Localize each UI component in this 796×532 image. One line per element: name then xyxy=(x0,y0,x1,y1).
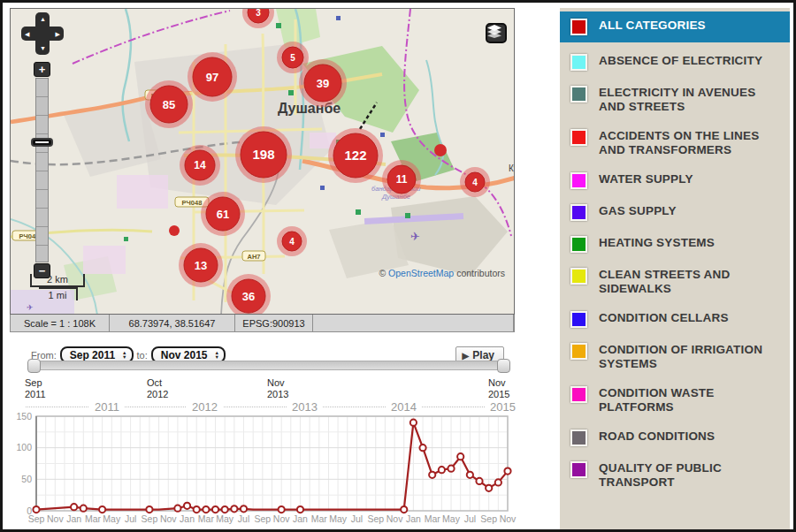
data-point[interactable] xyxy=(203,506,209,513)
x-tick-label: May xyxy=(103,513,121,524)
cluster-marker[interactable]: 4 xyxy=(460,167,490,197)
cluster-count: 97 xyxy=(206,71,218,84)
data-point[interactable] xyxy=(486,485,492,491)
x-tick-label: Nov xyxy=(387,513,403,524)
data-point[interactable] xyxy=(401,506,407,513)
data-point[interactable] xyxy=(439,467,445,473)
zoom-in-button[interactable]: + xyxy=(34,62,50,77)
data-point[interactable] xyxy=(99,506,105,513)
data-point[interactable] xyxy=(146,506,152,513)
map-pan-control[interactable]: ▲ ▼ ◀ ▶ xyxy=(21,12,64,55)
data-point[interactable] xyxy=(80,505,87,512)
category-color-swatch xyxy=(570,204,587,221)
pan-down-icon[interactable]: ▼ xyxy=(40,45,46,51)
airplane-icon: ✈ xyxy=(27,303,34,312)
data-point[interactable] xyxy=(184,503,190,509)
category-label: HEATING SYSTEMS xyxy=(599,236,715,250)
cluster-count: 198 xyxy=(252,147,274,162)
data-point[interactable] xyxy=(279,506,285,513)
data-point[interactable] xyxy=(448,466,454,472)
legend-item-all-categories[interactable]: ALL CATEGORIES xyxy=(560,11,790,42)
data-point[interactable] xyxy=(212,506,218,513)
cluster-marker[interactable]: 11 xyxy=(382,160,421,199)
data-point[interactable] xyxy=(231,505,237,512)
pan-left-icon[interactable]: ◀ xyxy=(25,31,29,37)
slider-handle-start[interactable] xyxy=(27,359,41,373)
pan-right-icon[interactable]: ▶ xyxy=(56,31,60,37)
data-point[interactable] xyxy=(476,478,482,484)
cluster-marker[interactable]: 39 xyxy=(299,59,347,107)
category-color-swatch xyxy=(570,86,587,103)
legend-item-quality-of-public-transport[interactable]: QUALITY OF PUBLIC TRANSPORT xyxy=(560,461,790,490)
openstreetmap-link[interactable]: OpenStreetMap xyxy=(388,268,454,278)
data-point[interactable] xyxy=(495,479,501,485)
category-label: ROAD CONDITIONS xyxy=(599,429,715,444)
legend-item-heating-systems[interactable]: HEATING SYSTEMS xyxy=(560,236,790,253)
data-point[interactable] xyxy=(174,505,180,512)
layer-switcher-button[interactable] xyxy=(486,23,507,43)
data-point[interactable] xyxy=(419,445,425,451)
svg-text:РЧ048: РЧ048 xyxy=(182,199,203,207)
cluster-count: 5 xyxy=(290,53,295,63)
x-tick-label: Sep xyxy=(28,513,45,524)
pan-up-icon[interactable]: ▲ xyxy=(40,16,46,22)
map-attribution: © OpenStreetMap contributors xyxy=(379,268,505,278)
map-panel: ✈ ✈ Душанбе М41РЧ048РЧ048АН7 АН7бандари … xyxy=(10,8,515,332)
map-viewport[interactable]: ✈ ✈ Душанбе М41РЧ048РЧ048АН7 АН7бандари … xyxy=(10,8,515,315)
cluster-marker[interactable]: 122 xyxy=(328,128,383,183)
timeline-range-label: Nov2013 xyxy=(267,377,288,400)
legend-item-condition-waste-platforms[interactable]: CONDITION WASTE PLATFORMS xyxy=(560,386,790,414)
data-point[interactable] xyxy=(222,506,228,513)
category-color-swatch xyxy=(570,343,587,360)
cluster-count: 4 xyxy=(472,178,478,187)
category-label: ALL CATEGORIES xyxy=(599,19,706,33)
cluster-marker[interactable]: 85 xyxy=(145,80,193,128)
data-point[interactable] xyxy=(241,505,247,512)
report-dot[interactable] xyxy=(434,144,447,156)
cluster-marker[interactable]: 198 xyxy=(235,126,292,183)
x-tick-label: Mar xyxy=(425,513,441,524)
x-tick-label: Jul xyxy=(351,513,363,524)
legend-item-clean-streets-and-sidewalks[interactable]: CLEAN STREETS AND SIDEWALKS xyxy=(560,268,790,296)
time-slider-track[interactable] xyxy=(27,361,510,370)
timeline-axis: Sep2011Oct2012Nov2013Nov2015201120122013… xyxy=(10,377,517,411)
data-point[interactable] xyxy=(194,506,200,513)
data-point[interactable] xyxy=(504,467,510,474)
data-point[interactable] xyxy=(410,420,417,426)
cluster-marker[interactable]: 14 xyxy=(180,145,220,186)
map-status-bar: Scale = 1 : 108K 68.73974, 38.51647 EPSG… xyxy=(10,315,515,332)
data-point[interactable] xyxy=(297,506,303,513)
cluster-marker[interactable]: 97 xyxy=(188,52,237,102)
category-color-swatch xyxy=(570,172,587,189)
data-point[interactable] xyxy=(33,506,39,513)
legend-item-absence-of-electricity[interactable]: ABSENCE OF ELECTRICITY xyxy=(560,54,790,71)
zoom-slider-track[interactable] xyxy=(35,78,49,262)
cluster-marker[interactable]: 4 xyxy=(277,226,307,256)
data-point[interactable] xyxy=(429,472,435,478)
data-point[interactable] xyxy=(467,472,473,478)
slider-handle-end[interactable] xyxy=(497,359,510,373)
x-tick-label: Nov xyxy=(160,513,177,524)
legend-item-water-supply[interactable]: WATER SUPPLY xyxy=(560,172,790,189)
legend-item-condition-of-irrigation-systems[interactable]: CONDITION OF IRRIGATION SYSTEMS xyxy=(560,343,790,371)
legend-item-gas-supply[interactable]: GAS SUPPLY xyxy=(560,204,790,221)
zoom-slider-handle[interactable] xyxy=(31,138,53,147)
legend-item-condition-cellars[interactable]: CONDITION CELLARS xyxy=(560,311,790,328)
legend-item-road-conditions[interactable]: ROAD CONDITIONS xyxy=(560,429,790,446)
report-dot[interactable] xyxy=(169,225,180,236)
status-coordinates: 68.73974, 38.51647 xyxy=(110,315,235,331)
data-point[interactable] xyxy=(457,453,463,460)
copyright-symbol: © xyxy=(379,268,386,278)
category-color-swatch xyxy=(570,236,587,253)
cluster-marker[interactable]: 61 xyxy=(201,192,245,236)
cluster-marker[interactable]: 13 xyxy=(179,243,223,287)
category-color-swatch xyxy=(570,386,587,403)
cluster-count: 11 xyxy=(396,173,408,186)
timeline-range-label: Oct2012 xyxy=(147,377,168,400)
legend-item-accidents-on-the-lines-and-transformers[interactable]: ACCIDENTS ON THE LINES AND TRANSFORMERS xyxy=(560,129,790,157)
legend-item-electricity-in-avenues-and-streets[interactable]: ELECTRICITY IN AVENUES AND STREETS xyxy=(560,86,790,114)
data-point[interactable] xyxy=(71,504,77,510)
x-tick-label: Nov xyxy=(500,513,517,524)
category-color-swatch xyxy=(570,129,587,146)
category-color-swatch xyxy=(570,19,587,35)
